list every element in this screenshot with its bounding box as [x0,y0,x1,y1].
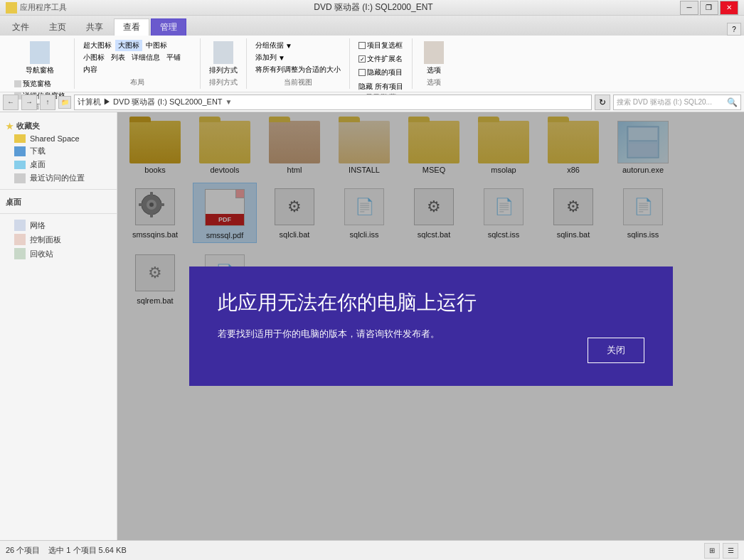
sidebar-item-control-panel[interactable]: 控制面板 [0,232,117,247]
sidebar-item-network[interactable]: 网络 [0,218,117,232]
control-panel-icon [14,234,26,245]
sidebar-item-desktop[interactable]: 桌面 [0,158,117,171]
tile-button[interactable]: 平铺 [164,52,184,63]
folder-icon-addr: 📁 [58,96,71,109]
network-icon [14,220,26,231]
restore-button[interactable]: ❐ [700,1,718,15]
dialog-message: 若要找到适用于你的电脑的版本，请咨询软件发布者。 [218,328,644,340]
sidebar-item-download[interactable]: 下载 [0,144,117,158]
status-right: ⊞ ☰ [704,543,738,559]
medium-icon-button[interactable]: 中图标 [143,40,170,51]
desktop-folder-icon [14,161,26,169]
recycle-icon [14,248,26,259]
back-button[interactable]: ← [3,95,18,110]
item-checkbox-check [358,42,366,49]
options-group-label: 选项 [427,77,441,87]
sidebar: ★ 收藏夹 Shared Space 下载 桌面 最近访问的位置 桌面 网络 [0,112,117,540]
shared-space-folder-icon [14,134,26,143]
tab-view[interactable]: 查看 [114,18,149,36]
window-title: DVD 驱动器 (I:) SQL2000_ENT [314,1,432,14]
error-dialog: 此应用无法在你的电脑上运行 若要找到适用于你的电脑的版本，请咨询软件发布者。 关… [189,266,673,386]
list-view-button[interactable]: ☰ [723,543,738,559]
sidebar-item-recycle[interactable]: 回收站 [0,247,117,261]
sort-group-label: 排列方式 [209,77,238,87]
extra-large-icon-button[interactable]: 超大图标 [80,40,115,51]
add-column-button[interactable]: 添加列 ▼ [253,52,344,63]
sort-button[interactable]: 排列方式 [206,40,240,77]
nav-pane-button[interactable]: 导航窗格 [23,40,57,77]
file-extension-toggle[interactable]: ✓ 文件扩展名 [356,53,405,65]
tab-share[interactable]: 共享 [77,18,112,36]
layout-group-label: 布局 [130,77,144,87]
address-input[interactable]: 计算机 ▶ DVD 驱动器 (I:) SQL2000_ENT ▼ [74,95,592,110]
up-button[interactable]: ↑ [40,95,55,110]
small-icon-button[interactable]: 小图标 [80,52,107,63]
detail-button[interactable]: 详细信息 [129,52,163,63]
star-icon: ★ [6,122,14,131]
ribbon-group-show-hide: 项目复选框 ✓ 文件扩展名 隐藏的项目 隐藏 所有项目 显示/隐藏 [350,38,413,89]
sidebar-item-recent[interactable]: 最近访问的位置 [0,171,117,185]
title-bar: 应用程序工具 DVD 驱动器 (I:) SQL2000_ENT ─ ❐ ✕ [0,0,744,16]
forward-button[interactable]: → [21,95,37,110]
sidebar-divider-1 [0,189,117,190]
item-checkbox-toggle[interactable]: 项目复选框 [356,40,405,51]
sidebar-divider-2 [0,213,117,214]
recent-folder-icon [14,173,26,183]
address-bar: ← → ↑ 📁 计算机 ▶ DVD 驱动器 (I:) SQL2000_ENT ▼… [0,92,744,112]
hidden-items-toggle[interactable]: 隐藏的项目 [356,67,405,78]
options-icon [424,41,444,64]
title-bar-left: 应用程序工具 [6,2,67,14]
close-button[interactable]: ✕ [720,1,738,15]
dialog-close-button[interactable]: 关闭 [588,338,644,363]
sidebar-item-shared-space[interactable]: Shared Space [0,133,117,144]
pane-buttons: 导航窗格 [23,40,57,77]
selected-info: 选中 1 个项目 5.64 KB [48,545,126,556]
large-icon-button[interactable]: 大图标 [115,40,142,51]
dialog-overlay: 此应用无法在你的电脑上运行 若要找到适用于你的电脑的版本，请咨询软件发布者。 关… [117,112,744,540]
help-button[interactable]: ? [727,23,741,36]
item-count: 26 个项目 [6,545,40,556]
preview-pane-button[interactable]: 预览窗格 [11,78,68,90]
window-icon [6,2,17,14]
main-area: ★ 收藏夹 Shared Space 下载 桌面 最近访问的位置 桌面 网络 [0,112,744,540]
status-bar: 26 个项目 选中 1 个项目 5.64 KB ⊞ ☰ [0,540,744,560]
ribbon-content: 导航窗格 预览窗格 详细信息窗格 窗格 超大图标 大图标 中图标 小图标 列表 … [0,36,744,92]
grid-view-button[interactable]: ⊞ [704,543,720,559]
list-button[interactable]: 列表 [108,52,128,63]
tab-file[interactable]: 文件 [3,18,38,36]
minimize-button[interactable]: ─ [680,1,698,15]
group-by-button[interactable]: 分组依据 ▼ [253,40,344,51]
tab-manage[interactable]: 管理 [151,18,186,36]
ribbon-group-pane: 导航窗格 预览窗格 详细信息窗格 窗格 [6,38,75,89]
refresh-button[interactable]: ↻ [595,95,610,110]
sort-icon [213,41,233,64]
nav-pane-icon [30,41,50,64]
current-view-label: 当前视图 [284,77,312,87]
file-extension-check: ✓ [358,55,366,63]
hidden-items-check [358,69,366,76]
download-folder-icon [14,146,26,156]
app-tools-label: 应用程序工具 [20,2,67,13]
ribbon-group-sort: 排列方式 排列方式 [201,38,247,89]
search-box[interactable]: 搜索 DVD 驱动器 (I:) SQL20... 🔍 [613,95,741,110]
ribbon-group-layout: 超大图标 大图标 中图标 小图标 列表 详细信息 平铺 内容 布局 [75,38,201,89]
options-button[interactable]: 选项 [421,40,447,77]
file-area[interactable]: books devtools html INSTALL MSEQ msolap [117,112,744,540]
dialog-title: 此应用无法在你的电脑上运行 [218,289,644,316]
ribbon-tabs: 文件 主页 共享 查看 管理 ? [0,16,744,36]
status-left: 26 个项目 选中 1 个项目 5.64 KB [6,545,127,556]
hide-items-button[interactable]: 隐藏 所有项目 [356,81,406,92]
adjust-columns-button[interactable]: 将所有列调整为合适的大小 [253,64,344,75]
ribbon-group-options: 选项 选项 [413,38,455,89]
ribbon-group-current-view: 分组依据 ▼ 添加列 ▼ 将所有列调整为合适的大小 当前视图 [247,38,350,89]
desktop-section: 桌面 [0,194,117,209]
content-button[interactable]: 内容 [80,64,100,75]
tab-home[interactable]: 主页 [40,18,75,36]
favorites-section: ★ 收藏夹 [0,118,117,133]
window-controls: ─ ❐ ✕ [680,1,738,15]
